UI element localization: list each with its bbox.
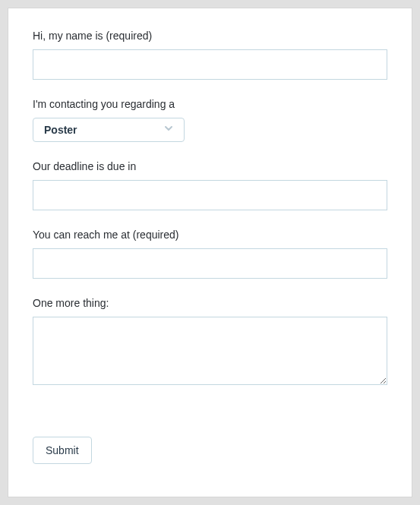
name-label: Hi, my name is (required) (33, 30, 387, 42)
more-label: One more thing: (33, 297, 387, 309)
regarding-select[interactable]: Poster (33, 118, 185, 142)
contact-field-group: You can reach me at (required) (33, 229, 387, 279)
contact-input[interactable] (33, 248, 387, 279)
regarding-field-group: I'm contacting you regarding a Poster (33, 98, 387, 142)
more-field-group: One more thing: (33, 297, 387, 388)
contact-label: You can reach me at (required) (33, 229, 387, 241)
deadline-label: Our deadline is due in (33, 160, 387, 172)
name-input[interactable] (33, 49, 387, 80)
deadline-field-group: Our deadline is due in (33, 160, 387, 210)
contact-form-card: Hi, my name is (required) I'm contacting… (8, 8, 412, 497)
more-textarea[interactable] (33, 317, 387, 385)
name-field-group: Hi, my name is (required) (33, 30, 387, 80)
regarding-label: I'm contacting you regarding a (33, 98, 387, 110)
deadline-input[interactable] (33, 180, 387, 210)
regarding-select-wrapper: Poster (33, 118, 185, 142)
submit-button[interactable]: Submit (33, 437, 92, 464)
